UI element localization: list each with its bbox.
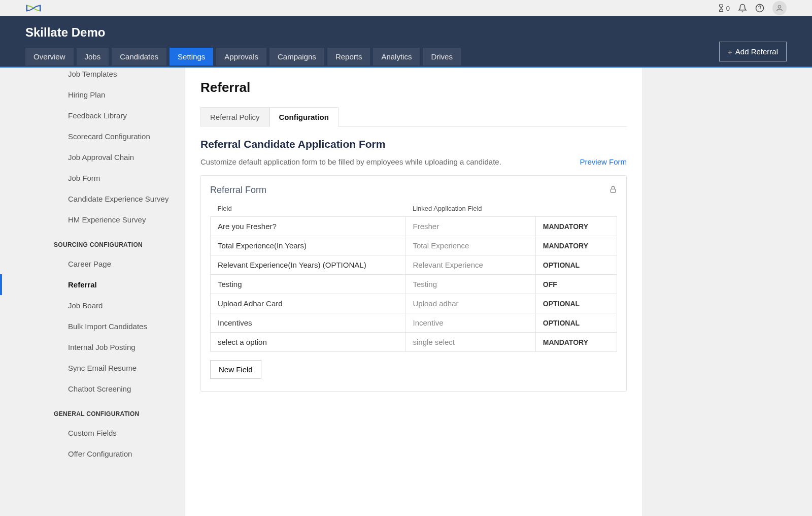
tab-approvals[interactable]: Approvals [216,48,266,66]
new-field-button[interactable]: New Field [210,360,261,379]
cell-status: OPTIONAL [535,255,617,275]
cell-linked: Upload adhar [405,294,535,313]
section-heading: Referral Candidate Application Form [200,138,627,150]
sidebar-item-job-form[interactable]: Job Form [0,168,185,188]
cell-status: MANDATORY [535,333,617,352]
cell-status: OPTIONAL [535,313,617,333]
plus-icon: + [728,47,732,56]
referral-form-table: Field Linked Application Field Are you F… [210,201,617,352]
topbar: 0 [0,0,812,16]
tab-candidates[interactable]: Candidates [112,48,166,66]
cell-field: Are you Fresher? [211,217,405,236]
tab-reports[interactable]: Reports [327,48,370,66]
table-row[interactable]: Relevant Experience(In Years) (OPTIONAL)… [211,255,617,275]
cell-field: Incentives [211,313,405,333]
cell-status: OPTIONAL [535,294,617,313]
brand-title: Skillate Demo [25,25,787,40]
sidebar-item-internal-job-posting[interactable]: Internal Job Posting [0,337,185,358]
page-title: Referral [200,80,627,95]
bell-icon[interactable] [738,4,747,13]
sidebar-item-hm-survey[interactable]: HM Experience Survey [0,209,185,230]
col-linked: Linked Application Field [405,201,535,217]
sidebar-item-sync-email-resume[interactable]: Sync Email Resume [0,358,185,378]
cell-linked: Fresher [405,217,535,236]
svg-rect-4 [611,189,615,192]
help-icon[interactable] [755,4,764,13]
svg-rect-1 [40,5,41,12]
preview-form-link[interactable]: Preview Form [580,157,627,166]
table-row[interactable]: Testing Testing OFF [211,275,617,294]
add-referral-label: Add Referral [735,47,778,56]
col-field: Field [211,201,405,217]
sidebar-item-candidate-survey[interactable]: Candidate Experience Survey [0,188,185,209]
tab-jobs[interactable]: Jobs [77,48,109,66]
cell-linked: Total Experience [405,236,535,255]
subtab-referral-policy[interactable]: Referral Policy [200,107,269,127]
lock-icon [609,185,617,195]
add-referral-button[interactable]: + Add Referral [719,42,787,61]
cell-linked: Incentive [405,313,535,333]
cell-status: MANDATORY [535,236,617,255]
hourglass-count: 0 [726,5,730,12]
cell-linked: Relevant Experience [405,255,535,275]
section-description: Customize default application form to be… [200,157,501,166]
table-row[interactable]: select a option single select MANDATORY [211,333,617,352]
subtab-configuration[interactable]: Configuration [269,107,339,127]
sidebar-item-bulk-import[interactable]: Bulk Import Candidates [0,316,185,337]
sidebar-item-chatbot-screening[interactable]: Chatbot Screening [0,378,185,399]
sidebar-section-sourcing: SOURCING CONFIGURATION [0,230,185,253]
sidebar-item-offer-config[interactable]: Offer Configuration [0,443,185,464]
cell-linked: Testing [405,275,535,294]
nav-tabs: Overview Jobs Candidates Settings Approv… [25,48,461,66]
cell-field: Total Experience(In Years) [211,236,405,255]
sidebar-item-scorecard-config[interactable]: Scorecard Configuration [0,126,185,147]
avatar[interactable] [772,1,787,15]
topbar-right: 0 [717,1,787,15]
tab-analytics[interactable]: Analytics [373,48,420,66]
table-row[interactable]: Upload Adhar Card Upload adhar OPTIONAL [211,294,617,313]
cell-status: MANDATORY [535,217,617,236]
form-card-title: Referral Form [210,185,266,196]
tab-settings[interactable]: Settings [170,48,213,66]
cell-status: OFF [535,275,617,294]
sidebar-item-job-board[interactable]: Job Board [0,295,185,316]
sidebar-section-general: GENERAL CONFIGURATION [0,399,185,423]
sidebar-item-career-page[interactable]: Career Page [0,253,185,274]
table-row[interactable]: Incentives Incentive OPTIONAL [211,313,617,333]
tab-overview[interactable]: Overview [25,48,74,66]
table-row[interactable]: Are you Fresher? Fresher MANDATORY [211,217,617,236]
sidebar: Job Templates Hiring Plan Feedback Libra… [0,68,185,516]
layout: Job Templates Hiring Plan Feedback Libra… [0,68,812,516]
svg-rect-0 [26,5,27,12]
app-logo[interactable] [25,4,42,13]
sidebar-item-job-templates[interactable]: Job Templates [0,68,185,84]
cell-field: Relevant Experience(In Years) (OPTIONAL) [211,255,405,275]
hourglass-badge[interactable]: 0 [717,4,730,12]
content: Referral Referral Policy Configuration R… [185,68,642,516]
sidebar-item-job-approval-chain[interactable]: Job Approval Chain [0,147,185,168]
table-row[interactable]: Total Experience(In Years) Total Experie… [211,236,617,255]
cell-field: Upload Adhar Card [211,294,405,313]
navbar: Skillate Demo Overview Jobs Candidates S… [0,16,812,68]
tab-drives[interactable]: Drives [423,48,461,66]
cell-field: Testing [211,275,405,294]
sub-tabs: Referral Policy Configuration [200,107,627,127]
cell-field: select a option [211,333,405,352]
sidebar-item-hiring-plan[interactable]: Hiring Plan [0,84,185,105]
tab-campaigns[interactable]: Campaigns [269,48,324,66]
sidebar-item-custom-fields[interactable]: Custom Fields [0,423,185,443]
referral-form-card: Referral Form Field Linked Application F… [200,175,627,392]
sidebar-item-feedback-library[interactable]: Feedback Library [0,105,185,126]
cell-linked: single select [405,333,535,352]
sidebar-item-referral[interactable]: Referral [0,274,185,295]
svg-point-3 [778,6,781,8]
